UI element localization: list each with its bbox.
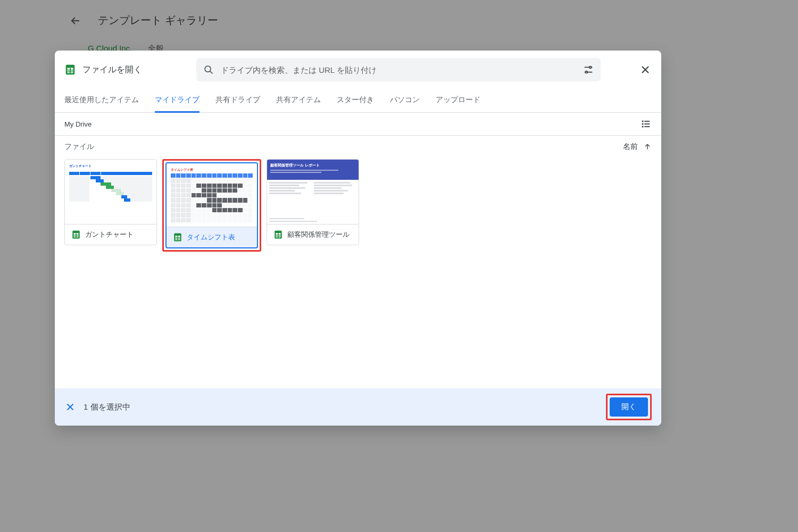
file-footer: タイムシフト表 [167, 227, 257, 247]
svg-rect-10 [642, 123, 644, 125]
thumb-title: ガントチャート [69, 164, 152, 169]
search-input[interactable] [221, 65, 576, 74]
file-footer: 顧客関係管理ツール [267, 225, 359, 245]
sheets-mini-icon [71, 230, 81, 239]
file-card-crm[interactable]: 顧客関係管理ツール レポート [267, 159, 359, 245]
file-picker-dialog: ファイルを開く 最近使用したアイテム マイドライブ 共有ドライブ 共有アイテム … [55, 51, 661, 426]
file-grid: ガントチャート [64, 159, 652, 252]
svg-rect-8 [642, 121, 644, 122]
highlight-file: タイムシフト表 タイムシフト表 [162, 159, 261, 252]
open-button[interactable]: 開く [610, 397, 648, 417]
section-label: ファイル [64, 142, 94, 152]
tab-starred[interactable]: スター付き [337, 89, 374, 112]
svg-rect-9 [644, 121, 650, 122]
list-view-icon[interactable] [640, 118, 652, 130]
tab-computer[interactable]: パソコン [390, 89, 420, 112]
file-card-gantt[interactable]: ガントチャート [64, 159, 157, 245]
svg-point-7 [586, 71, 588, 73]
search-icon [203, 64, 214, 76]
svg-rect-27 [276, 235, 281, 235]
thumb-title: タイムシフト表 [171, 168, 253, 172]
content-area: ファイル 名前 ガントチャート [55, 136, 661, 388]
tab-upload[interactable]: アップロード [436, 89, 480, 112]
back-arrow-icon [69, 14, 82, 27]
file-name: ガントチャート [85, 230, 134, 239]
highlight-open-button: 開く [606, 394, 652, 420]
svg-rect-11 [644, 123, 650, 124]
search-box[interactable] [196, 58, 601, 81]
tab-shared-drives[interactable]: 共有ドライブ [215, 89, 260, 112]
bg-header: テンプレート ギャラリー [0, 0, 798, 41]
file-footer: ガントチャート [65, 225, 156, 245]
tab-mydrive[interactable]: マイドライブ [155, 89, 200, 113]
selection-count: 1 個を選択中 [84, 402, 130, 412]
tune-icon[interactable] [583, 64, 594, 76]
file-name: タイムシフト表 [187, 232, 235, 242]
file-thumb: ガントチャート [65, 160, 156, 225]
content-header: ファイル 名前 [64, 142, 652, 152]
svg-point-6 [589, 66, 592, 69]
svg-rect-13 [644, 126, 650, 127]
svg-rect-18 [74, 236, 79, 237]
file-card-timeshift[interactable]: タイムシフト表 タイムシフト表 [165, 162, 258, 248]
svg-rect-23 [176, 239, 180, 239]
svg-rect-17 [74, 235, 79, 235]
dialog-tabs: 最近使用したアイテム マイドライブ 共有ドライブ 共有アイテム スター付き パソ… [55, 89, 661, 113]
svg-rect-22 [176, 237, 180, 238]
location-label: My Drive [64, 120, 92, 128]
selection-bar: 1 個を選択中 開く [55, 388, 661, 426]
sort-control[interactable]: 名前 [623, 142, 652, 152]
sheets-icon [64, 64, 76, 76]
svg-rect-28 [276, 236, 281, 237]
close-button[interactable] [639, 63, 652, 76]
sheets-mini-icon [173, 232, 182, 242]
bg-title: テンプレート ギャラリー [98, 13, 218, 28]
clear-selection-icon[interactable] [64, 401, 76, 413]
svg-rect-3 [68, 70, 73, 70]
tab-recent[interactable]: 最近使用したアイテム [64, 89, 139, 112]
file-name: 顧客関係管理ツール [287, 230, 350, 239]
sheets-mini-icon [273, 230, 283, 239]
sort-label: 名前 [623, 142, 638, 152]
file-thumb: 顧客関係管理ツール レポート [267, 160, 359, 225]
tab-shared-with-me[interactable]: 共有アイテム [276, 89, 321, 112]
svg-rect-12 [642, 126, 644, 128]
location-bar: My Drive [55, 113, 661, 136]
thumb-banner-title: 顧客関係管理ツール レポート [270, 163, 355, 168]
svg-point-5 [205, 66, 211, 72]
svg-rect-4 [68, 71, 73, 72]
dialog-header: ファイルを開く [55, 51, 661, 89]
dialog-title: ファイルを開く [82, 64, 142, 76]
sort-arrow-up-icon [643, 143, 652, 151]
file-thumb: タイムシフト表 [167, 163, 257, 227]
